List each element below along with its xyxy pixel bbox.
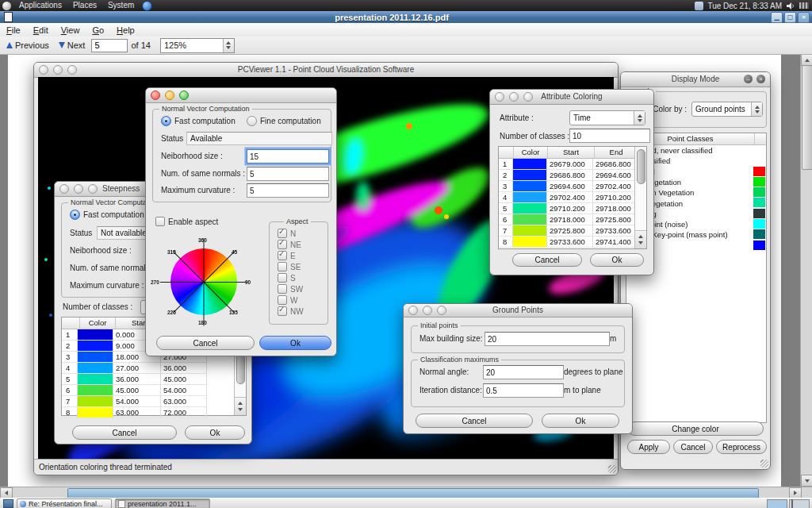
iteration-input[interactable]: 0.5 [483, 383, 564, 398]
notification-icon[interactable] [695, 2, 703, 10]
aspect-se-checkbox[interactable]: SE [278, 262, 301, 271]
scroll-down-icon[interactable] [801, 475, 812, 487]
enable-aspect-checkbox[interactable]: Enable aspect [155, 217, 218, 226]
menu-view[interactable]: View [55, 25, 86, 35]
zoom-stepper[interactable] [223, 39, 234, 52]
previous-button[interactable]: Previous [3, 40, 52, 51]
menu-help[interactable]: Help [110, 25, 141, 35]
table-row[interactable]: 863.00072.000 [62, 407, 246, 418]
menu-system[interactable]: System [102, 0, 140, 11]
change-color-button[interactable]: Change color [627, 421, 764, 436]
vertical-scroll-thumb[interactable] [802, 65, 812, 170]
scroll-right-icon[interactable] [789, 487, 802, 498]
minimize-traffic-icon[interactable] [165, 90, 174, 100]
fast-computation-radio[interactable]: Fast computation [70, 210, 144, 220]
neighborhood-input[interactable]: 15 [247, 149, 329, 164]
attribute-coloring-titlebar[interactable]: Attribute Coloring [490, 90, 653, 105]
table-row[interactable]: 829733.60029741.400 [499, 237, 646, 248]
taskbar-window-presentation[interactable]: presentation 2011.1... [115, 498, 210, 508]
fast-computation-radio[interactable]: Fast computation [161, 116, 236, 126]
cancel-button[interactable]: Cancel [416, 414, 533, 428]
fine-computation-radio[interactable]: Fine computation [247, 116, 321, 126]
cancel-button[interactable]: Cancel [673, 440, 713, 454]
cancel-button[interactable]: Cancel [156, 336, 255, 350]
panel-close-icon[interactable]: × [756, 75, 765, 83]
table-row[interactable]: 754.00063.000 [62, 396, 246, 407]
class-color-swatch[interactable] [753, 156, 765, 165]
aspect-e-checkbox[interactable]: E [278, 251, 296, 260]
menu-go[interactable]: Go [86, 25, 110, 35]
num-classes-input[interactable]: 10 [569, 129, 650, 143]
zoom-traffic-icon[interactable] [179, 90, 189, 100]
taskbar-window-mail[interactable]: Re: Présentation final... [17, 498, 112, 508]
panel-resize-grip-icon[interactable] [760, 460, 768, 468]
resize-grip-icon[interactable] [608, 465, 616, 473]
minimize-button[interactable]: ▁ [771, 12, 783, 23]
aspect-nw-checkbox[interactable]: NW [278, 306, 304, 316]
menu-applications[interactable]: Applications [13, 0, 67, 11]
color-by-select[interactable]: Ground points [691, 102, 763, 117]
zoom-select[interactable]: 125% [160, 38, 235, 53]
class-color-swatch[interactable] [753, 145, 765, 155]
table-row[interactable]: 529710.20029718.000 [499, 203, 646, 214]
close-traffic-icon[interactable] [59, 184, 69, 194]
normals-input[interactable]: 5 [247, 167, 329, 181]
speaker-icon[interactable] [786, 2, 795, 10]
distro-logo-icon[interactable] [2, 2, 11, 10]
aspect-sw-checkbox[interactable]: SW [278, 284, 303, 294]
close-traffic-icon[interactable] [151, 90, 160, 100]
curvature-input[interactable]: 5 [247, 183, 329, 198]
pdf-horizontal-scrollbar[interactable] [0, 487, 812, 498]
normal-vector-titlebar[interactable] [146, 88, 336, 103]
minimize-traffic-icon[interactable] [74, 184, 83, 194]
table-row[interactable]: 329694.60029702.400 [499, 181, 646, 192]
maximize-button[interactable]: ▢ [784, 12, 796, 23]
menu-file[interactable]: File [0, 25, 27, 35]
ground-points-titlebar[interactable]: Ground Points [404, 304, 632, 318]
clock[interactable]: Tue Dec 21, 8:33 AM [707, 2, 782, 10]
cancel-button[interactable]: Cancel [72, 425, 177, 440]
next-button[interactable]: Next [56, 40, 89, 51]
menu-edit[interactable]: Edit [27, 25, 55, 35]
attribute-select[interactable]: Time [569, 110, 645, 125]
ok-button[interactable]: Ok [259, 336, 331, 350]
table-row[interactable]: 429702.40029710.200 [499, 192, 646, 203]
menu-places[interactable]: Places [67, 0, 102, 11]
cancel-button[interactable]: Cancel [512, 253, 582, 267]
table-row[interactable]: 629718.00029725.800 [499, 214, 646, 225]
attribute-table-header[interactable]: Color Start End [499, 147, 646, 159]
ok-button[interactable]: Ok [185, 425, 245, 440]
apply-button[interactable]: Apply [627, 440, 670, 454]
aspect-n-checkbox[interactable]: N [278, 229, 296, 238]
table-row[interactable]: 427.00036.000 [62, 363, 246, 374]
close-button[interactable]: × [798, 12, 810, 23]
reprocess-button[interactable]: Reprocess [716, 440, 767, 454]
aspect-s-checkbox[interactable]: S [278, 273, 296, 283]
table-scrollbar[interactable] [634, 147, 646, 248]
max-building-input[interactable]: 20 [485, 332, 610, 346]
pdf-vertical-scrollbar[interactable] [800, 54, 812, 487]
scroll-up-icon[interactable] [801, 54, 812, 66]
table-row[interactable]: 645.00054.000 [62, 385, 246, 396]
ok-button[interactable]: Ok [590, 253, 644, 267]
scroll-left-icon[interactable] [0, 487, 13, 498]
workspace-2[interactable] [789, 499, 810, 508]
table-row[interactable]: 129679.00029686.800 [499, 159, 646, 170]
panel-collapse-icon[interactable]: – [744, 75, 753, 83]
table-row[interactable]: 536.00045.000 [62, 374, 246, 385]
workspace-1[interactable] [767, 499, 787, 508]
page-number-input[interactable] [91, 39, 128, 52]
browser-launcher-icon[interactable] [142, 1, 152, 11]
show-desktop-icon[interactable] [3, 499, 13, 508]
table-row[interactable]: 229686.80029694.600 [499, 170, 646, 181]
table-row[interactable]: 729725.80029733.600 [499, 225, 646, 237]
panel-misc-icon [799, 2, 809, 9]
display-panel-titlebar[interactable]: Display Mode – × [621, 72, 770, 87]
pcviewer-titlebar[interactable]: PCViewer 1.1 - Point Cloud Visualization… [34, 63, 618, 78]
normal-angle-input[interactable]: 20 [483, 365, 564, 379]
pdf-window-titlebar[interactable]: presentation 2011.12.16.pdf ▁ ▢ × [0, 11, 812, 23]
aspect-ne-checkbox[interactable]: NE [278, 240, 301, 249]
aspect-w-checkbox[interactable]: W [278, 295, 297, 305]
ok-button[interactable]: Ok [542, 414, 619, 428]
zoom-traffic-icon[interactable] [88, 184, 98, 194]
